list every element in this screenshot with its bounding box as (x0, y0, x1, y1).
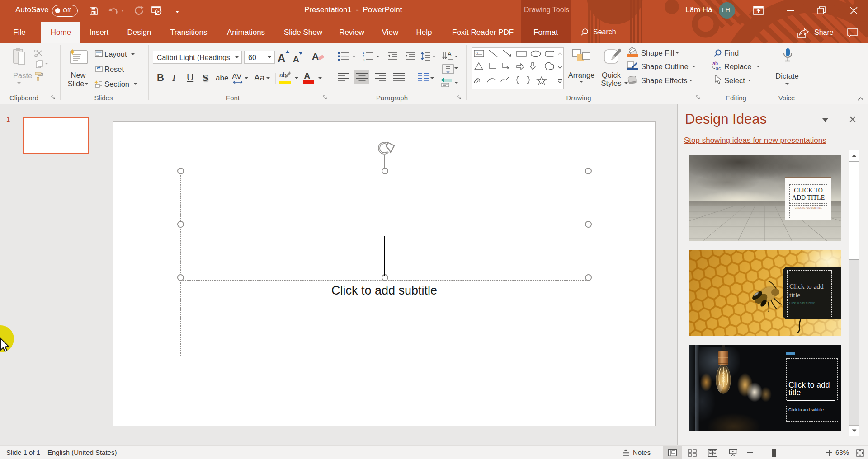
svg-text:A: A (476, 50, 479, 55)
svg-text:3: 3 (363, 58, 364, 61)
svg-text:ac: ac (716, 66, 721, 71)
svg-text:A: A (448, 51, 452, 57)
